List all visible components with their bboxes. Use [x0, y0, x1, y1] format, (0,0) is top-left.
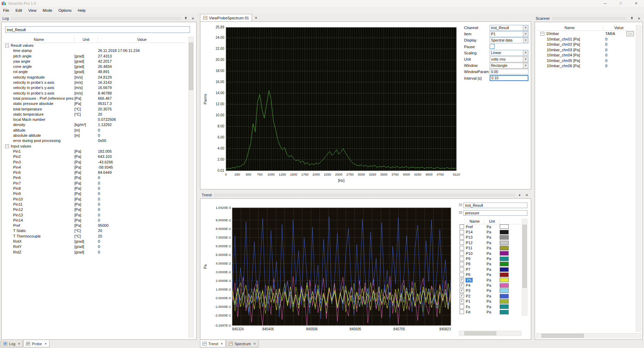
- legend-horizontal-scrollbar[interactable]: [459, 331, 521, 336]
- scanner-horizontal-scrollbar[interactable]: [536, 333, 641, 338]
- legend-row-p13[interactable]: P13Pa: [459, 235, 521, 240]
- legend-checkbox[interactable]: ✓: [460, 278, 464, 282]
- chevron-down-icon[interactable]: ▾: [523, 38, 528, 43]
- log-row-absolute-altitude[interactable]: absolute altitude[m]0: [4, 133, 186, 138]
- legend-checkbox[interactable]: [460, 235, 464, 240]
- log-row-pitch-angle[interactable]: pitch angle[grad]27.4313: [4, 54, 186, 59]
- scroll-down-icon[interactable]: [189, 332, 193, 337]
- scanner-channel-row[interactable]: 10mbar_chn06 [Pa]0: [536, 63, 635, 69]
- legend-color-swatch[interactable]: [500, 278, 509, 282]
- trend-item-combo[interactable]: pressure: [459, 210, 527, 216]
- property-select-display[interactable]: Spectral data▾: [490, 37, 528, 43]
- log-row-pin14[interactable]: Pin14[Pa]0: [4, 218, 186, 223]
- log-row-roty[interactable]: RotY[grad]0: [4, 244, 186, 249]
- legend-color-swatch[interactable]: [500, 304, 509, 309]
- log-row-pin11[interactable]: Pin11[Pa]0: [4, 202, 186, 207]
- close-document-icon[interactable]: ✕: [253, 15, 258, 20]
- legend-color-swatch[interactable]: [500, 273, 509, 277]
- scanner-vertical-scrollbar[interactable]: [636, 25, 641, 332]
- legend-color-swatch[interactable]: [500, 262, 509, 266]
- legend-checkbox[interactable]: ✓: [460, 288, 464, 293]
- property-select-item[interactable]: P1▾: [490, 31, 528, 37]
- legend-color-swatch[interactable]: [500, 241, 509, 245]
- scanner-channel-row[interactable]: 10mbar_chn05 [Pa]0: [536, 58, 635, 64]
- scroll-down-icon[interactable]: [636, 327, 641, 331]
- legend-color-swatch[interactable]: [500, 235, 509, 240]
- tab-spectrum[interactable]: Spectrum✕: [226, 340, 258, 347]
- chevron-down-icon[interactable]: ▾: [523, 32, 528, 37]
- scroll-left-icon[interactable]: [459, 331, 464, 336]
- column-header-value[interactable]: Value: [603, 25, 635, 30]
- scroll-thumb[interactable]: [523, 225, 527, 288]
- log-group-row[interactable]: −Input values: [4, 144, 186, 149]
- close-tab-icon[interactable]: ✕: [220, 342, 223, 346]
- menu-file[interactable]: File: [0, 7, 12, 14]
- log-row-rol-angle[interactable]: rol angle[grad]48.891: [4, 69, 186, 74]
- legend-row-fd[interactable]: FdPa: [459, 309, 521, 314]
- browse-button[interactable]: ...: [626, 31, 634, 36]
- log-row-rotx[interactable]: RotX[grad]0: [4, 239, 186, 244]
- menu-options[interactable]: Options: [55, 7, 75, 14]
- pin-icon[interactable]: [183, 16, 188, 21]
- legend-row-p14[interactable]: P14Pa: [459, 229, 521, 234]
- legend-column-unit[interactable]: Unt: [484, 219, 500, 224]
- scroll-thumb[interactable]: [189, 43, 193, 90]
- tab-log[interactable]: Log✕: [1, 340, 23, 347]
- column-header-unit[interactable]: Unit: [74, 37, 98, 43]
- legend-row-fs[interactable]: FsPa: [459, 304, 521, 309]
- legend-checkbox[interactable]: [460, 262, 464, 266]
- legend-row-p6[interactable]: P6Pa: [459, 272, 521, 277]
- property-input-interval-s[interactable]: 0.10: [490, 75, 528, 81]
- close-panel-icon[interactable]: ✕: [636, 16, 642, 21]
- log-row-t-static[interactable]: T Static[°C]20: [4, 228, 186, 233]
- chevron-down-icon[interactable]: ▾: [523, 63, 528, 68]
- scroll-thumb[interactable]: [464, 331, 496, 335]
- legend-row-p1[interactable]: ✓P1Pa: [459, 298, 521, 304]
- scroll-right-icon[interactable]: [636, 333, 641, 338]
- scroll-left-icon[interactable]: [536, 333, 541, 338]
- log-row-time-stamp[interactable]: time stamp26.11.2018 17:06:11.234: [4, 48, 186, 53]
- close-icon[interactable]: ✕: [628, 0, 644, 7]
- log-row-pin7[interactable]: Pin7[Pa]0: [4, 181, 186, 186]
- tab-trend[interactable]: Trend✕: [200, 340, 226, 347]
- legend-row-p4[interactable]: ✓P4Pa: [459, 283, 521, 288]
- result-filter-input[interactable]: [5, 26, 190, 33]
- log-row-pin1[interactable]: Pin1[Pa]182.005: [4, 149, 186, 154]
- maximize-icon[interactable]: □: [613, 0, 628, 7]
- legend-row-p11[interactable]: P11Pa: [459, 246, 521, 251]
- log-row-pin5[interactable]: Pin5[Pa]84.6449: [4, 170, 186, 175]
- log-row-pin6[interactable]: Pin6[Pa]0: [4, 175, 186, 180]
- panel-drag-handle[interactable]: [552, 17, 627, 20]
- scroll-up-icon[interactable]: [189, 37, 193, 42]
- log-row-altitude[interactable]: altitude[m]0: [4, 128, 186, 133]
- legend-checkbox[interactable]: [460, 240, 464, 245]
- legend-checkbox[interactable]: ✓: [460, 283, 464, 287]
- pin-icon[interactable]: [629, 16, 634, 21]
- log-row-rotz[interactable]: RotZ[grad]0: [4, 250, 186, 255]
- log-group-row[interactable]: −Result values: [4, 43, 186, 48]
- legend-color-swatch[interactable]: [500, 310, 509, 314]
- menu-help[interactable]: Help: [75, 7, 89, 14]
- log-row-velocity-magnitude[interactable]: velocity magnitude[m/s]24.8129: [4, 75, 186, 80]
- legend-row-p8[interactable]: P8Pa: [459, 261, 521, 267]
- property-select-window[interactable]: Rectangle▾: [490, 63, 528, 69]
- chevron-down-icon[interactable]: ▾: [517, 193, 522, 198]
- tab-viewprobespectrum[interactable]: ViewProbeSpectrum 01: [200, 14, 252, 21]
- legend-row-p12[interactable]: P12Pa: [459, 240, 521, 245]
- scanner-channel-row[interactable]: 10mbar_chn03 [Pa]0: [536, 47, 635, 53]
- pause-checkbox[interactable]: [490, 44, 495, 49]
- legend-row-p9[interactable]: P9Pa: [459, 256, 521, 261]
- collapse-icon[interactable]: −: [541, 32, 544, 36]
- column-header-name[interactable]: Name: [536, 25, 603, 30]
- legend-color-swatch[interactable]: [500, 246, 509, 250]
- trend-item-value[interactable]: pressure: [463, 210, 527, 216]
- legend-row-p7[interactable]: P7Pa: [459, 267, 521, 272]
- legend-checkbox[interactable]: [460, 246, 464, 250]
- chevron-down-icon[interactable]: ▾: [523, 57, 528, 62]
- legend-color-swatch[interactable]: [500, 283, 509, 288]
- property-select-scaling[interactable]: Linear▾: [490, 50, 528, 56]
- legend-checkbox[interactable]: [460, 251, 464, 256]
- log-row-density[interactable]: density[kg/m³]1.13292: [4, 122, 186, 127]
- log-row-pin8[interactable]: Pin8[Pa]0: [4, 186, 186, 191]
- scanner-channel-row[interactable]: 10mbar_chn02 [Pa]0: [536, 42, 635, 47]
